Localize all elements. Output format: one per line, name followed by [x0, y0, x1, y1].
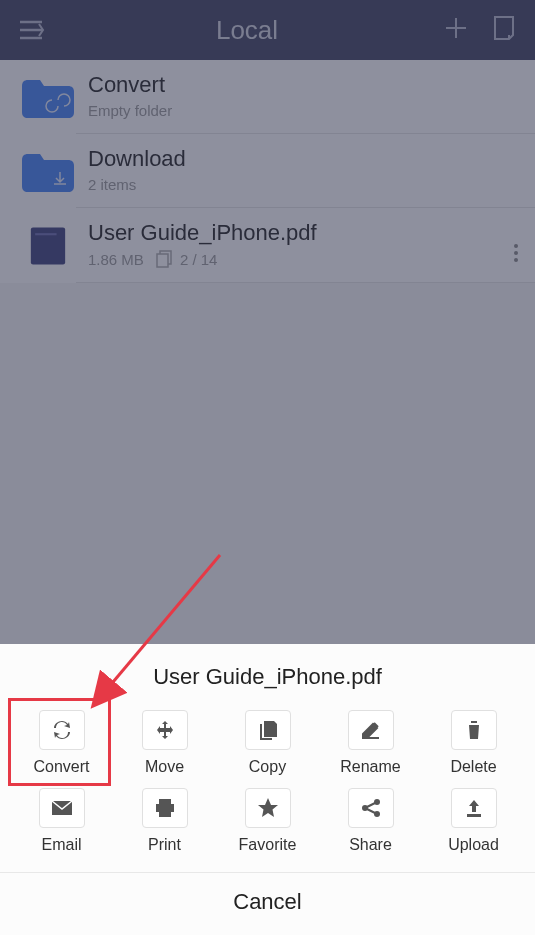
move-action[interactable]: Move: [113, 708, 216, 786]
convert-icon: [50, 718, 74, 742]
share-action[interactable]: Share: [319, 786, 422, 864]
share-icon: [360, 797, 382, 819]
action-label: Move: [145, 758, 184, 776]
print-icon: [154, 798, 176, 818]
move-icon: [154, 719, 176, 741]
action-label: Share: [349, 836, 392, 854]
convert-action[interactable]: Convert: [10, 708, 113, 786]
delete-action[interactable]: Delete: [422, 708, 525, 786]
email-icon: [51, 800, 73, 816]
action-label: Convert: [33, 758, 89, 776]
sheet-title: User Guide_iPhone.pdf: [0, 664, 535, 690]
action-label: Print: [148, 836, 181, 854]
copy-icon: [258, 719, 278, 741]
action-label: Favorite: [239, 836, 297, 854]
action-grid: Convert Move Copy Rename Delete Email: [0, 708, 535, 864]
favorite-icon: [257, 797, 279, 819]
favorite-action[interactable]: Favorite: [216, 786, 319, 864]
delete-icon: [465, 719, 483, 741]
action-sheet: User Guide_iPhone.pdf Convert Move Copy …: [0, 644, 535, 935]
cancel-button[interactable]: Cancel: [0, 872, 535, 935]
print-action[interactable]: Print: [113, 786, 216, 864]
action-label: Copy: [249, 758, 286, 776]
upload-action[interactable]: Upload: [422, 786, 525, 864]
upload-icon: [464, 798, 484, 818]
action-label: Email: [41, 836, 81, 854]
action-label: Delete: [450, 758, 496, 776]
copy-action[interactable]: Copy: [216, 708, 319, 786]
rename-action[interactable]: Rename: [319, 708, 422, 786]
rename-icon: [361, 720, 381, 740]
action-label: Upload: [448, 836, 499, 854]
email-action[interactable]: Email: [10, 786, 113, 864]
action-label: Rename: [340, 758, 400, 776]
